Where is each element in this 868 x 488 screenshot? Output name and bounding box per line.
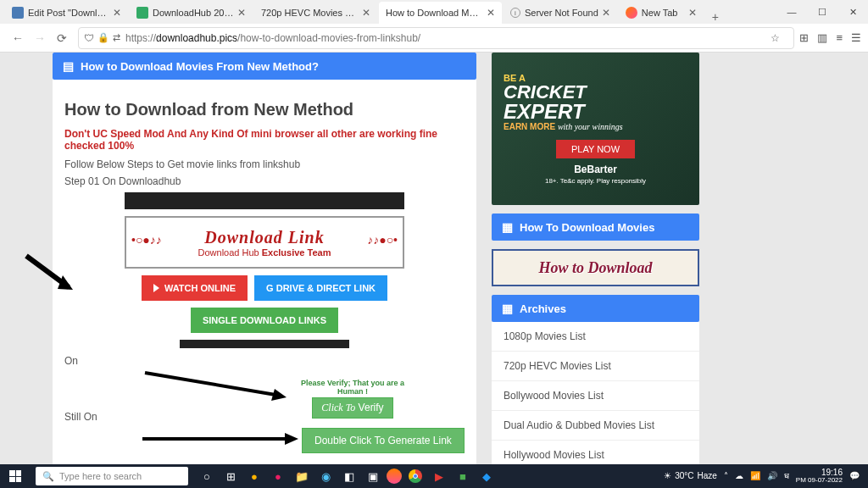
archives-header-bar: ▦ Archives	[492, 295, 699, 322]
volume-icon[interactable]: 🔊	[767, 471, 777, 480]
tab-label: How to Download Movies From Li	[386, 8, 483, 18]
menu-icon[interactable]: ☰	[851, 31, 861, 44]
warning-text: Don't UC Speed Mod And Any Kind Of mini …	[64, 128, 465, 152]
edge-icon[interactable]: ◉	[315, 466, 336, 486]
language-indicator[interactable]: ध	[784, 471, 789, 481]
header-bar: ▤ How to Download Movies From New Method…	[53, 53, 476, 80]
archive-item[interactable]: 720p HEVC Movies List	[492, 352, 699, 381]
close-tab-icon[interactable]: ✕	[362, 7, 370, 19]
start-button[interactable]	[0, 464, 31, 488]
notifications-icon[interactable]: 💬	[849, 471, 860, 480]
howto-download-banner[interactable]: How to Download	[492, 249, 699, 286]
app-icon[interactable]: ◆	[476, 466, 497, 486]
forward-button[interactable]: →	[29, 27, 51, 49]
weather-icon: ☀	[664, 471, 671, 480]
close-tab-icon[interactable]: ✕	[602, 7, 610, 19]
maximize-button[interactable]: ☐	[807, 0, 837, 24]
app-icon[interactable]: ◧	[339, 466, 359, 486]
network-icon[interactable]: 📶	[750, 471, 760, 480]
button-label: Double Click To Generate Link	[314, 435, 452, 446]
archive-item[interactable]: Hollywood Movies List	[492, 441, 699, 464]
tab-new[interactable]: New Tab ✕	[619, 2, 704, 24]
tab-howto-active[interactable]: How to Download Movies From Li ✕	[379, 2, 502, 24]
save-pocket-icon[interactable]: ⊞	[799, 31, 809, 44]
cortana-icon[interactable]: ○	[197, 466, 217, 486]
verify-button[interactable]: Click To Verify	[312, 397, 392, 419]
tab-edit-post[interactable]: Edit Post "Downloadhub 2022 ✕	[5, 2, 128, 24]
firefox-icon	[626, 7, 637, 19]
explorer-icon[interactable]: 📁	[292, 466, 312, 486]
ad-play-button[interactable]: PLAY NOW	[556, 140, 635, 158]
windows-icon	[9, 470, 21, 482]
tab-720p[interactable]: 720p HEVC Movies Full Movie Free ✕	[254, 2, 377, 24]
app-icon[interactable]: ●	[244, 466, 264, 486]
page-heading: How to Download from New Method	[64, 100, 465, 119]
tab-label: DownloadHub 2022 Dual Aud	[153, 8, 234, 18]
chrome-icon[interactable]	[405, 466, 426, 486]
back-button[interactable]: ←	[7, 27, 29, 49]
single-download-button[interactable]: SINGLE DOWNLOAD LINKS	[191, 308, 338, 333]
clock[interactable]: 19:16 PM 09-07-2022	[796, 468, 843, 485]
tab-server-not-found[interactable]: i Server Not Found ✕	[504, 2, 617, 24]
minimize-button[interactable]: —	[776, 0, 807, 24]
permissions-icon: ⇄	[113, 32, 120, 43]
address-bar[interactable]: 🛡 🔒 ⇄ https://downloadhub.pics/how-to-do…	[78, 27, 794, 49]
ad-disclaimer: 18+. Te&c apply. Play responsibly	[545, 177, 646, 185]
sidebar: BE A CRICKET EXPERT EARN MORE with your …	[492, 53, 699, 464]
url-text: https://downloadhub.pics/how-to-download…	[125, 32, 420, 44]
ad-text: EARN MORE with your winnings	[504, 122, 623, 131]
tab-label: Edit Post "Downloadhub 2022	[28, 8, 109, 18]
close-tab-icon[interactable]: ✕	[113, 7, 121, 19]
close-tab-icon[interactable]: ✕	[487, 7, 495, 19]
page-viewport: ▤ How to Download Movies From New Method…	[0, 53, 868, 464]
watch-online-button[interactable]: WATCH ONLINE	[142, 275, 248, 301]
reload-button[interactable]: ⟳	[51, 27, 73, 49]
play-icon	[153, 284, 159, 292]
archive-item[interactable]: 1080p Movies List	[492, 322, 699, 352]
close-tab-icon[interactable]: ✕	[237, 7, 246, 19]
new-tab-button[interactable]: +	[705, 10, 726, 24]
archive-item[interactable]: Bollywood Movies List	[492, 381, 699, 411]
taskview-icon[interactable]: ⊞	[220, 466, 241, 486]
bookmark-star-icon[interactable]: ☆	[771, 32, 780, 44]
grid-icon: ▦	[502, 302, 513, 315]
app-icon[interactable]: ●	[268, 466, 288, 486]
main-column: ▤ How to Download Movies From New Method…	[53, 53, 476, 464]
taskbar-search[interactable]: 🔍 Type here to search	[36, 467, 188, 485]
firefox-icon[interactable]	[387, 469, 402, 484]
grid-icon: ▦	[502, 220, 513, 234]
doc-icon: ▤	[63, 59, 74, 73]
onedrive-icon[interactable]: ☁	[735, 471, 743, 480]
url-bar: ← → ⟳ 🛡 🔒 ⇄ https://downloadhub.pics/how…	[0, 24, 868, 53]
reader-icon[interactable]: ▥	[817, 31, 827, 44]
search-icon: 🔍	[42, 471, 54, 482]
gdrive-button[interactable]: G DRIVE & DIRECT LINK	[254, 275, 387, 301]
sidebar-ad[interactable]: BE A CRICKET EXPERT EARN MORE with your …	[492, 53, 699, 205]
app-icon[interactable]: ▣	[363, 466, 383, 486]
ad-brand: BeBarter	[574, 164, 617, 175]
close-window-button[interactable]: ✕	[837, 0, 868, 24]
button-label-part: Click To	[321, 402, 355, 413]
app-icon[interactable]: ■	[453, 466, 473, 486]
weather-widget[interactable]: ☀ 30°C Haze	[664, 471, 717, 480]
account-icon[interactable]: ≡	[836, 31, 843, 44]
app-icon[interactable]: ▶	[429, 466, 449, 486]
tray-chevron-icon[interactable]: ˄	[724, 471, 728, 480]
weather-cond: Haze	[697, 471, 716, 480]
banner-title: Download Link	[204, 228, 324, 247]
generate-link-button[interactable]: Double Click To Generate Link	[302, 428, 465, 453]
tab-label: New Tab	[642, 8, 685, 18]
howto-header-bar: ▦ How To Download Movies	[492, 214, 699, 241]
close-tab-icon[interactable]: ✕	[688, 7, 697, 19]
archive-list: 1080p Movies List 720p HEVC Movies List …	[492, 322, 699, 464]
tab-downloadhub[interactable]: DownloadHub 2022 Dual Aud ✕	[130, 2, 253, 24]
divider-strip	[180, 340, 349, 348]
banner-subtitle: Download Hub Exclusive Team	[198, 247, 331, 258]
button-label-part: Verify	[359, 402, 384, 413]
archive-item[interactable]: Dual Audio & Dubbed Movies List	[492, 411, 699, 441]
info-icon: i	[510, 8, 520, 18]
header-bar-title: How to Download Movies From New Method?	[81, 60, 319, 73]
download-link-banner: •○●♪♪ ♪♪●○• Download Link Download Hub E…	[125, 216, 404, 269]
arrow-annotation-icon	[141, 369, 293, 402]
button-label: SINGLE DOWNLOAD LINKS	[203, 315, 326, 325]
